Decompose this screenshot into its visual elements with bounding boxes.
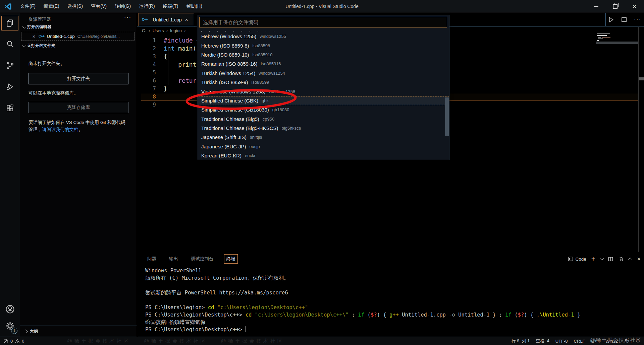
status-language-mode[interactable]: C++: [591, 339, 600, 344]
quickpick-input[interactable]: [200, 17, 447, 27]
clone-repository-button[interactable]: 克隆存储库: [29, 102, 128, 113]
explorer-icon: [6, 19, 14, 27]
minimize-button[interactable]: [587, 0, 606, 13]
panel-tab-问题[interactable]: 问题: [145, 255, 158, 263]
menu-item[interactable]: 帮助(H): [183, 2, 205, 11]
status-encoding[interactable]: UTF-8: [555, 339, 568, 344]
activity-extensions-button[interactable]: [0, 99, 20, 117]
activity-explorer-button[interactable]: [0, 14, 20, 32]
problems-status[interactable]: 0 0: [3, 339, 24, 344]
code-lines[interactable]: #include <int main({ printf return}: [164, 37, 200, 109]
encoding-option[interactable]: Hebrew (Windows 1255)windows1255: [197, 32, 449, 41]
close-editor-icon[interactable]: ×: [31, 33, 37, 39]
tab-close-icon[interactable]: ×: [185, 17, 188, 22]
status-right-items: 行 8, 列 1空格: 4UTF-8CRLFC++Win32: [511, 338, 618, 344]
sidebar-more-actions-button[interactable]: ···: [124, 14, 131, 20]
menu-item[interactable]: 文件(F): [17, 2, 39, 11]
account-icon: [5, 304, 15, 314]
tab-bar-separator: [605, 13, 606, 26]
read-docs-link[interactable]: 请阅读我们的文档: [42, 127, 78, 132]
menu-item[interactable]: 查看(V): [88, 2, 110, 11]
encoding-option[interactable]: Korean (EUC-KR)euckr: [197, 151, 449, 160]
run-button[interactable]: [607, 16, 614, 23]
breadcrumb-item[interactable]: Users: [153, 28, 164, 33]
menu-item[interactable]: 运行(R): [136, 2, 158, 11]
encoding-quickpick: Hebrew (Windows 1255)windows1255Hebrew (…: [197, 15, 449, 160]
outline-section-header[interactable]: 大纲: [20, 326, 137, 337]
activity-source-control-button[interactable]: [0, 57, 20, 74]
encoding-option[interactable]: Nordic (ISO 8859-10)iso885910: [197, 50, 449, 59]
activity-account-button[interactable]: [0, 300, 20, 318]
kill-terminal-trash-button[interactable]: [619, 256, 624, 262]
activity-search-button[interactable]: [0, 35, 20, 53]
encoding-option[interactable]: Japanese (EUC-JP)eucjp: [197, 142, 449, 151]
activity-settings-button[interactable]: 1: [0, 317, 20, 335]
open-editors-section-header[interactable]: 打开的编辑器: [22, 24, 51, 30]
encoding-option[interactable]: Vietnamese (Windows 1258)windows1258: [197, 87, 449, 96]
open-editor-item[interactable]: × C++ Untitled-1.cpp C:\Users\legion\Des…: [21, 32, 135, 41]
breadcrumb-item[interactable]: legion: [170, 28, 182, 33]
terminal-line: Windows PowerShell: [145, 267, 580, 274]
new-terminal-button[interactable]: +: [591, 255, 595, 263]
line-number: 6: [137, 77, 156, 85]
restore-button[interactable]: [606, 0, 625, 13]
code-line: [164, 69, 200, 77]
minimap[interactable]: [596, 32, 638, 49]
breadcrumb-separator-icon: ›: [149, 28, 150, 33]
minimap-slider[interactable]: [596, 42, 639, 44]
activity-run-debug-button[interactable]: [0, 78, 20, 95]
scrollbar-separator: [638, 27, 639, 252]
close-panel-button[interactable]: ×: [637, 256, 641, 263]
terminal-line: [145, 296, 580, 304]
split-terminal-button[interactable]: [608, 256, 613, 262]
terminal-output[interactable]: Windows PowerShell版权所有 (C) Microsoft Cor…: [145, 267, 580, 333]
status-eol[interactable]: CRLF: [574, 339, 585, 344]
quickpick-scrollbar[interactable]: [445, 97, 449, 136]
line-number: 5: [137, 69, 156, 77]
status-indentation[interactable]: 空格: 4: [536, 338, 549, 344]
status-cursor-position[interactable]: 行 8, 列 1: [511, 338, 530, 344]
panel-tab-输出[interactable]: 输出: [167, 255, 180, 263]
panel-tab-调试控制台[interactable]: 调试控制台: [189, 255, 216, 263]
menu-item[interactable]: 终端(T): [160, 2, 182, 11]
no-folder-hint: 尚未打开文件夹。: [29, 60, 129, 67]
settings-badge: 1: [11, 328, 17, 334]
vscode-logo-icon: [4, 2, 12, 10]
minimize-icon: [594, 6, 598, 7]
notifications-bell-icon[interactable]: [635, 338, 641, 344]
encoding-option[interactable]: Hebrew (ISO 8859-8)iso88598: [197, 41, 449, 50]
terminal-line: PS C:\Users\legion\Desktop\c++>: [145, 326, 580, 333]
encoding-option[interactable]: Simplified Chinese (GB18030)gb18030: [197, 105, 449, 114]
maximize-panel-chevron-icon[interactable]: [628, 258, 632, 261]
editor-more-actions-button[interactable]: ···: [634, 17, 641, 23]
title-bar: 文件(F)编辑(E)选择(S)查看(V)转到(G)运行(R)终端(T)帮助(H)…: [0, 0, 644, 13]
encoding-option[interactable]: Turkish (ISO 8859-9)iso88599: [197, 78, 449, 87]
terminal-picker-chevron-icon[interactable]: [600, 257, 604, 260]
menu-item[interactable]: 转到(G): [111, 2, 134, 11]
open-folder-button[interactable]: 打开文件夹: [29, 73, 128, 84]
chevron-right-icon: [24, 329, 28, 333]
menu-item[interactable]: 选择(S): [64, 2, 87, 11]
minimap-line: [597, 35, 607, 36]
encoding-option[interactable]: Romanian (ISO 8859-16)iso885916: [197, 59, 449, 68]
close-button[interactable]: ×: [625, 0, 644, 13]
panel-tab-终端[interactable]: 终端: [224, 255, 237, 263]
encoding-option[interactable]: Japanese (Shift JIS)shiftjis: [197, 133, 449, 142]
encoding-option[interactable]: Turkish (Windows 1254)windows1254: [197, 69, 449, 78]
encoding-option[interactable]: Traditional Chinese (Big5-HKSCS)big5hksc…: [197, 124, 449, 133]
terminal-line: 版权所有 (C) Microsoft Corporation。保留所有权利。: [145, 274, 580, 282]
feedback-icon[interactable]: [624, 338, 629, 344]
split-editor-button[interactable]: [621, 16, 627, 23]
menu-item[interactable]: 编辑(E): [40, 2, 63, 11]
encoding-option[interactable]: Simplified Chinese (GBK)gbk: [197, 96, 449, 105]
code-line: [164, 93, 200, 101]
encoding-option[interactable]: Traditional Chinese (Big5)cp950: [197, 115, 449, 124]
breadcrumb-item[interactable]: C:: [142, 28, 146, 33]
no-folder-section-header[interactable]: 无打开的文件夹: [22, 43, 55, 49]
status-platform[interactable]: Win32: [605, 339, 618, 344]
warning-count: 0: [22, 339, 24, 344]
tab-untitled-1-cpp[interactable]: C++ Untitled-1.cpp ×: [139, 13, 194, 26]
code-line: {: [164, 53, 200, 61]
terminal-instance[interactable]: Code: [568, 256, 586, 262]
errors-icon: [3, 339, 8, 344]
